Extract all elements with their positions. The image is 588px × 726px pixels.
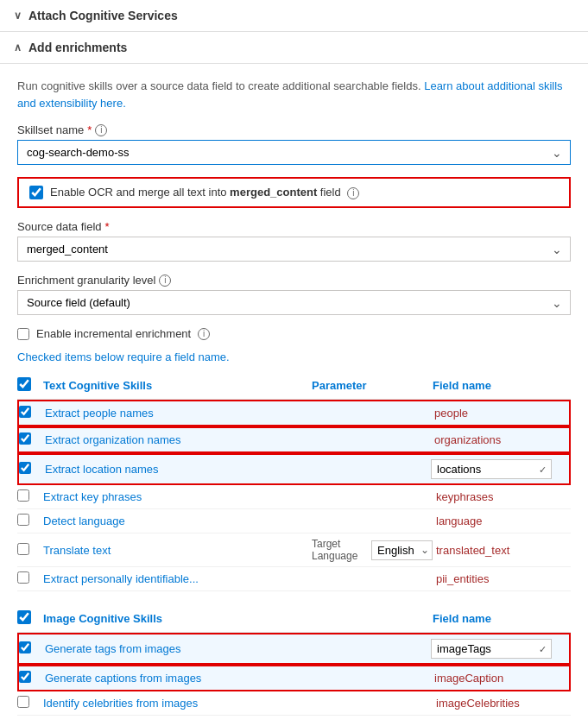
skillset-select-wrapper: cog-search-demo-ss bbox=[17, 140, 571, 165]
identify-celebrities-label[interactable]: Identify celebrities from images bbox=[43, 697, 433, 710]
extract-pii-fieldname: pii_entities bbox=[433, 572, 571, 585]
text-skills-header-checkbox-cell bbox=[17, 377, 43, 394]
text-skills-header-checkbox[interactable] bbox=[17, 377, 31, 391]
extract-org-checkbox[interactable] bbox=[19, 432, 31, 445]
enrichment-granularity-select[interactable]: Source field (default) bbox=[17, 290, 571, 315]
attach-chevron-icon: ∨ bbox=[14, 9, 22, 22]
translate-text-checkbox[interactable] bbox=[17, 543, 29, 555]
attach-cognitive-services-header[interactable]: ∨ Attach Cognitive Services bbox=[0, 0, 588, 32]
detect-language-fieldname: language bbox=[433, 515, 571, 527]
extract-location-label[interactable]: Extract location names bbox=[45, 463, 310, 476]
skill-row-extract-pii: Extract personally identifiable... pii_e… bbox=[17, 567, 571, 591]
text-skills-col-parameter: Parameter bbox=[312, 379, 433, 392]
skillset-required: * bbox=[87, 123, 92, 136]
extract-keyphrases-fieldname: keyphrases bbox=[433, 490, 571, 503]
enrichments-header-label: Add enrichments bbox=[28, 41, 127, 54]
image-skills-header-checkbox[interactable] bbox=[17, 610, 31, 624]
translate-text-parameter: Target Language English bbox=[312, 538, 433, 562]
target-language-label: Target Language bbox=[312, 538, 368, 562]
ocr-label: Enable OCR and merge all text into merge… bbox=[50, 186, 359, 199]
extract-location-fieldname-wrapper: locations bbox=[431, 459, 569, 479]
image-skills-col-fieldname: Field name bbox=[433, 612, 571, 625]
skill-row-extract-keyphrases: Extract key phrases keyphrases bbox=[17, 485, 571, 509]
attach-header-label: Attach Cognitive Services bbox=[28, 9, 178, 22]
generate-tags-label[interactable]: Generate tags from images bbox=[45, 642, 431, 655]
ocr-box: Enable OCR and merge all text into merge… bbox=[17, 177, 571, 208]
generate-tags-checkbox[interactable] bbox=[19, 641, 31, 653]
extract-pii-label[interactable]: Extract personally identifiable... bbox=[43, 572, 312, 585]
identify-celebrities-fieldname: imageCelebrities bbox=[433, 697, 571, 710]
extract-location-fieldname-select[interactable]: locations bbox=[431, 459, 552, 479]
skill-row-generate-tags: Generate tags from images imageTags bbox=[17, 633, 571, 665]
generate-captions-checkbox[interactable] bbox=[19, 671, 31, 683]
skill-row-identify-celebrities: Identify celebrities from images imageCe… bbox=[17, 691, 571, 716]
detect-language-label[interactable]: Detect language bbox=[43, 515, 312, 527]
translate-text-fieldname: translated_text bbox=[433, 544, 571, 557]
text-skills-col-fieldname: Field name bbox=[433, 379, 571, 392]
extract-pii-checkbox[interactable] bbox=[17, 571, 29, 584]
extract-keyphrases-checkbox[interactable] bbox=[17, 489, 29, 502]
incremental-enrichment-info-icon[interactable]: i bbox=[198, 328, 210, 340]
generate-captions-fieldname: imageCaption bbox=[431, 672, 569, 685]
text-skills-section: Text Cognitive Skills Parameter Field na… bbox=[17, 372, 571, 591]
extract-people-label[interactable]: Extract people names bbox=[45, 407, 310, 420]
text-skills-col-skill: Text Cognitive Skills bbox=[43, 379, 312, 392]
translate-text-label[interactable]: Translate text bbox=[43, 544, 312, 557]
image-skills-col-skill: Image Cognitive Skills bbox=[43, 612, 433, 625]
detect-language-checkbox[interactable] bbox=[17, 514, 29, 526]
checked-items-note: Checked items below require a field name… bbox=[17, 350, 571, 363]
extract-org-label[interactable]: Extract organization names bbox=[45, 433, 310, 446]
text-skills-header: Text Cognitive Skills Parameter Field na… bbox=[17, 372, 571, 400]
enrichment-granularity-label: Enrichment granularity level i bbox=[17, 274, 571, 287]
image-skills-header: Image Cognitive Skills Field name bbox=[17, 605, 571, 633]
enrichment-granularity-wrapper: Source field (default) bbox=[17, 290, 571, 315]
skill-row-detect-language: Detect language language bbox=[17, 509, 571, 533]
info-text: Run cognitive skills over a source data … bbox=[17, 78, 571, 111]
skillset-info-icon[interactable]: i bbox=[95, 124, 107, 136]
skillset-select[interactable]: cog-search-demo-ss bbox=[17, 140, 571, 165]
ocr-checkbox[interactable] bbox=[29, 186, 43, 199]
enrichment-granularity-info-icon[interactable]: i bbox=[159, 275, 171, 287]
extract-people-fieldname: people bbox=[431, 407, 569, 420]
source-data-field-select[interactable]: merged_content bbox=[17, 237, 571, 262]
incremental-enrichment-checkbox[interactable] bbox=[17, 328, 29, 340]
image-skills-section: Image Cognitive Skills Field name Genera… bbox=[17, 605, 571, 716]
skill-row-extract-people: Extract people names people bbox=[17, 400, 571, 426]
source-data-field-wrapper: merged_content bbox=[17, 237, 571, 262]
extract-keyphrases-label[interactable]: Extract key phrases bbox=[43, 490, 312, 503]
generate-captions-label[interactable]: Generate captions from images bbox=[45, 672, 431, 685]
skillset-label: Skillset name * i bbox=[17, 123, 571, 136]
source-required: * bbox=[105, 220, 110, 233]
add-enrichments-header[interactable]: ∧ Add enrichments bbox=[0, 32, 588, 64]
incremental-enrichment-row: Enable incremental enrichment i bbox=[17, 327, 571, 340]
skill-row-extract-org: Extract organization names organizations bbox=[17, 426, 571, 453]
target-language-select[interactable]: English bbox=[371, 540, 433, 560]
extract-people-checkbox[interactable] bbox=[19, 406, 31, 418]
ocr-info-icon[interactable]: i bbox=[347, 187, 359, 199]
extract-location-checkbox[interactable] bbox=[19, 462, 31, 474]
incremental-enrichment-label: Enable incremental enrichment bbox=[36, 327, 191, 340]
generate-tags-fieldname-wrapper: imageTags bbox=[431, 639, 569, 659]
image-skills-header-checkbox-cell bbox=[17, 610, 43, 627]
source-data-field-label: Source data field * bbox=[17, 220, 571, 233]
enrichments-chevron-icon: ∧ bbox=[14, 41, 22, 54]
skill-row-extract-location: Extract location names locations bbox=[17, 453, 571, 485]
skill-row-translate-text: Translate text Target Language English t… bbox=[17, 533, 571, 567]
skill-row-generate-captions: Generate captions from images imageCapti… bbox=[17, 665, 571, 691]
extract-org-fieldname: organizations bbox=[431, 433, 569, 446]
generate-tags-fieldname-select[interactable]: imageTags bbox=[431, 639, 552, 659]
identify-celebrities-checkbox[interactable] bbox=[17, 696, 29, 708]
